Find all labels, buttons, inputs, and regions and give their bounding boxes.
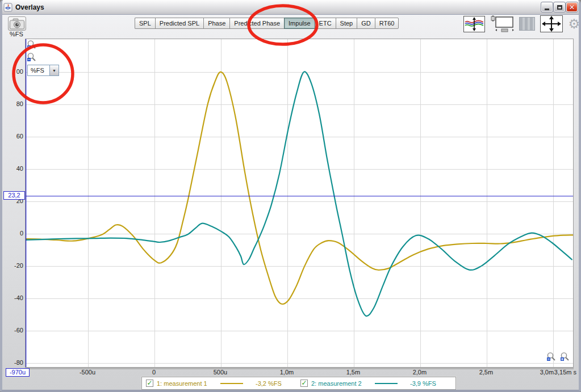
- gridlines: [26, 39, 573, 367]
- zoom-out-y-icon[interactable]: [27, 52, 36, 62]
- x-tick-label: 0: [152, 369, 156, 376]
- tab-predicted-phase[interactable]: Predicted Phase: [229, 18, 284, 29]
- y-axis-title: %FS: [10, 31, 23, 37]
- x-tick-label: 1,5m: [346, 369, 360, 376]
- settings-gear-icon[interactable]: ⚙: [568, 18, 580, 31]
- chevron-down-icon[interactable]: ▼: [49, 65, 58, 75]
- x-tick-label: 3,15m s: [554, 369, 576, 376]
- x-zoom-controls: [546, 352, 570, 361]
- title-bar: Overlays ✕: [0, 0, 581, 15]
- overlays-window: Overlays ✕ SPLPredicted SPLPhasePredicte…: [0, 0, 581, 392]
- legend-checkbox[interactable]: ✓: [146, 380, 153, 387]
- cursor-y-readout: 23,2: [3, 191, 25, 200]
- maximize-button[interactable]: [554, 2, 565, 12]
- y-tick-label: 00: [3, 68, 23, 75]
- x-tick-label: 500u: [214, 369, 227, 376]
- monitor-layout-icon[interactable]: [490, 15, 514, 32]
- window-title: Overlays: [15, 3, 44, 11]
- unit-dropdown[interactable]: %FS ▼: [27, 65, 59, 76]
- y-tick-label: 60: [3, 132, 23, 140]
- bars-icon[interactable]: [519, 17, 535, 31]
- y-tick-label: 0: [3, 229, 23, 237]
- x-tick-label: 2,0m: [413, 369, 427, 376]
- tab-etc[interactable]: ETC: [315, 18, 336, 29]
- x-tick-label: 1,0m: [280, 369, 294, 376]
- legend: ✓1: measurement 1-3,2 %FS✓2: measurement…: [141, 377, 456, 390]
- legend-item[interactable]: ✓1: measurement 1-3,2 %FS: [142, 380, 296, 387]
- legend-cursor-value: -3,9 %FS: [410, 380, 451, 387]
- x-tick-label: -500u: [80, 369, 95, 376]
- tab-phase[interactable]: Phase: [203, 18, 229, 29]
- impulse-chart: [26, 39, 573, 367]
- tab-gd[interactable]: GD: [357, 18, 375, 29]
- y-tick-label: -60: [3, 326, 23, 334]
- close-button[interactable]: ✕: [566, 2, 578, 12]
- legend-label: 1: measurement 1: [157, 380, 220, 387]
- y-tick-label: -40: [3, 294, 23, 302]
- legend-label: 2: measurement 2: [311, 380, 375, 387]
- x-tick-label: 3,0m: [540, 369, 554, 376]
- unit-dropdown-value: %FS: [28, 67, 49, 74]
- camera-icon: [9, 18, 25, 30]
- y-tick-label: 80: [3, 100, 23, 108]
- x-tick-label: 2,5m: [479, 369, 493, 376]
- plot-area[interactable]: %FS ▼: [25, 39, 574, 368]
- legend-line-swatch: [220, 383, 243, 384]
- right-toolbar: ⚙: [463, 15, 580, 33]
- y-tick-label: -20: [3, 262, 23, 269]
- curve-measurement-1: [26, 72, 573, 304]
- snapshot-camera-button[interactable]: [8, 16, 26, 31]
- java-app-icon: [3, 3, 12, 12]
- tab-spl[interactable]: SPL: [135, 18, 155, 29]
- y-zoom-controls: [27, 40, 36, 62]
- view-tabs: SPLPredicted SPLPhasePredicted PhaseImpu…: [135, 18, 399, 29]
- cursor-x-readout: -970u: [6, 368, 30, 377]
- tab-step[interactable]: Step: [336, 18, 357, 29]
- zoom-in-x-icon[interactable]: [560, 352, 570, 361]
- tab-impulse[interactable]: Impulse: [284, 18, 315, 29]
- zoom-out-x-icon[interactable]: [546, 352, 556, 361]
- y-tick-label: 40: [3, 165, 23, 172]
- y-tick-label: -80: [3, 359, 23, 366]
- legend-cursor-value: -3,2 %FS: [256, 380, 296, 387]
- minimize-button[interactable]: [541, 2, 553, 12]
- zoom-in-y-icon[interactable]: [27, 40, 36, 49]
- pan-icon[interactable]: [540, 15, 563, 32]
- tab-predicted-spl[interactable]: Predicted SPL: [155, 18, 203, 29]
- legend-line-swatch: [375, 383, 398, 384]
- fit-vertical-icon[interactable]: [463, 16, 485, 32]
- legend-item[interactable]: ✓2: measurement 2-3,9 %FS: [296, 380, 451, 387]
- legend-checkbox[interactable]: ✓: [300, 380, 308, 387]
- tab-rt60[interactable]: RT60: [375, 18, 399, 29]
